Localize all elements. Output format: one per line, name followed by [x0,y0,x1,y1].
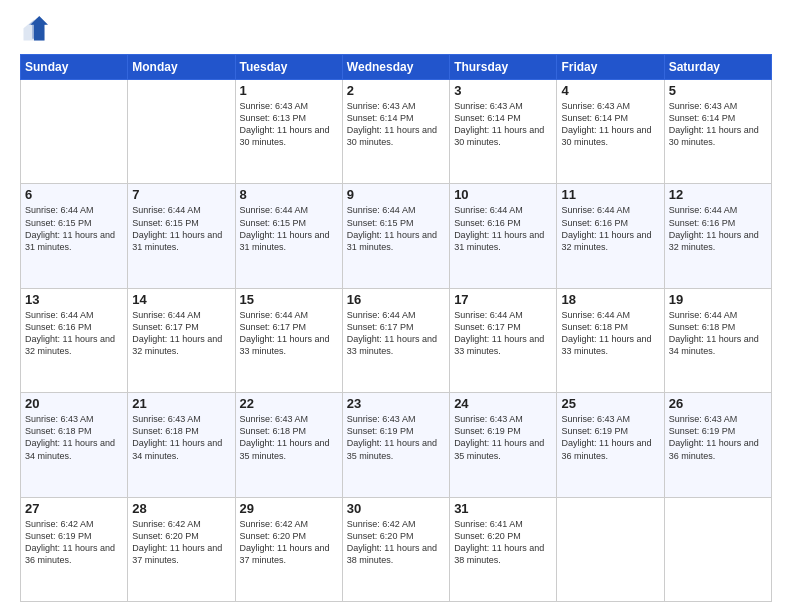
table-row: 10Sunrise: 6:44 AM Sunset: 6:16 PM Dayli… [450,184,557,288]
calendar-table: Sunday Monday Tuesday Wednesday Thursday… [20,54,772,602]
day-number: 9 [347,187,445,202]
day-info: Sunrise: 6:44 AM Sunset: 6:17 PM Dayligh… [347,309,445,358]
day-info: Sunrise: 6:44 AM Sunset: 6:15 PM Dayligh… [240,204,338,253]
day-info: Sunrise: 6:41 AM Sunset: 6:20 PM Dayligh… [454,518,552,567]
day-number: 31 [454,501,552,516]
day-info: Sunrise: 6:44 AM Sunset: 6:17 PM Dayligh… [240,309,338,358]
day-number: 2 [347,83,445,98]
day-info: Sunrise: 6:43 AM Sunset: 6:19 PM Dayligh… [454,413,552,462]
calendar-week-row: 1Sunrise: 6:43 AM Sunset: 6:13 PM Daylig… [21,80,772,184]
col-monday: Monday [128,55,235,80]
day-info: Sunrise: 6:43 AM Sunset: 6:19 PM Dayligh… [347,413,445,462]
table-row: 23Sunrise: 6:43 AM Sunset: 6:19 PM Dayli… [342,393,449,497]
table-row: 21Sunrise: 6:43 AM Sunset: 6:18 PM Dayli… [128,393,235,497]
table-row: 6Sunrise: 6:44 AM Sunset: 6:15 PM Daylig… [21,184,128,288]
day-number: 7 [132,187,230,202]
table-row [21,80,128,184]
table-row: 11Sunrise: 6:44 AM Sunset: 6:16 PM Dayli… [557,184,664,288]
calendar-week-row: 27Sunrise: 6:42 AM Sunset: 6:19 PM Dayli… [21,497,772,601]
day-number: 12 [669,187,767,202]
table-row: 15Sunrise: 6:44 AM Sunset: 6:17 PM Dayli… [235,288,342,392]
table-row: 2Sunrise: 6:43 AM Sunset: 6:14 PM Daylig… [342,80,449,184]
day-info: Sunrise: 6:44 AM Sunset: 6:17 PM Dayligh… [454,309,552,358]
table-row: 14Sunrise: 6:44 AM Sunset: 6:17 PM Dayli… [128,288,235,392]
table-row: 17Sunrise: 6:44 AM Sunset: 6:17 PM Dayli… [450,288,557,392]
day-info: Sunrise: 6:44 AM Sunset: 6:16 PM Dayligh… [669,204,767,253]
day-info: Sunrise: 6:43 AM Sunset: 6:18 PM Dayligh… [132,413,230,462]
table-row: 8Sunrise: 6:44 AM Sunset: 6:15 PM Daylig… [235,184,342,288]
logo [20,16,52,44]
table-row [664,497,771,601]
calendar-week-row: 20Sunrise: 6:43 AM Sunset: 6:18 PM Dayli… [21,393,772,497]
table-row: 25Sunrise: 6:43 AM Sunset: 6:19 PM Dayli… [557,393,664,497]
table-row: 30Sunrise: 6:42 AM Sunset: 6:20 PM Dayli… [342,497,449,601]
day-number: 11 [561,187,659,202]
day-number: 19 [669,292,767,307]
day-number: 18 [561,292,659,307]
header [20,16,772,44]
day-info: Sunrise: 6:43 AM Sunset: 6:19 PM Dayligh… [669,413,767,462]
table-row: 18Sunrise: 6:44 AM Sunset: 6:18 PM Dayli… [557,288,664,392]
table-row: 3Sunrise: 6:43 AM Sunset: 6:14 PM Daylig… [450,80,557,184]
day-info: Sunrise: 6:43 AM Sunset: 6:13 PM Dayligh… [240,100,338,149]
table-row: 29Sunrise: 6:42 AM Sunset: 6:20 PM Dayli… [235,497,342,601]
day-number: 21 [132,396,230,411]
day-info: Sunrise: 6:43 AM Sunset: 6:14 PM Dayligh… [669,100,767,149]
day-info: Sunrise: 6:43 AM Sunset: 6:14 PM Dayligh… [347,100,445,149]
day-number: 6 [25,187,123,202]
day-number: 1 [240,83,338,98]
col-thursday: Thursday [450,55,557,80]
day-info: Sunrise: 6:43 AM Sunset: 6:14 PM Dayligh… [454,100,552,149]
table-row: 20Sunrise: 6:43 AM Sunset: 6:18 PM Dayli… [21,393,128,497]
table-row: 22Sunrise: 6:43 AM Sunset: 6:18 PM Dayli… [235,393,342,497]
day-info: Sunrise: 6:44 AM Sunset: 6:15 PM Dayligh… [132,204,230,253]
day-number: 22 [240,396,338,411]
table-row: 4Sunrise: 6:43 AM Sunset: 6:14 PM Daylig… [557,80,664,184]
day-info: Sunrise: 6:43 AM Sunset: 6:18 PM Dayligh… [25,413,123,462]
day-number: 28 [132,501,230,516]
day-info: Sunrise: 6:44 AM Sunset: 6:18 PM Dayligh… [561,309,659,358]
table-row: 12Sunrise: 6:44 AM Sunset: 6:16 PM Dayli… [664,184,771,288]
day-number: 20 [25,396,123,411]
page: Sunday Monday Tuesday Wednesday Thursday… [0,0,792,612]
day-info: Sunrise: 6:42 AM Sunset: 6:20 PM Dayligh… [347,518,445,567]
day-number: 8 [240,187,338,202]
table-row [557,497,664,601]
day-number: 13 [25,292,123,307]
day-number: 24 [454,396,552,411]
day-number: 23 [347,396,445,411]
table-row: 13Sunrise: 6:44 AM Sunset: 6:16 PM Dayli… [21,288,128,392]
table-row [128,80,235,184]
day-number: 5 [669,83,767,98]
logo-icon [20,16,48,44]
day-number: 27 [25,501,123,516]
table-row: 28Sunrise: 6:42 AM Sunset: 6:20 PM Dayli… [128,497,235,601]
table-row: 31Sunrise: 6:41 AM Sunset: 6:20 PM Dayli… [450,497,557,601]
day-info: Sunrise: 6:44 AM Sunset: 6:16 PM Dayligh… [454,204,552,253]
day-number: 4 [561,83,659,98]
day-info: Sunrise: 6:44 AM Sunset: 6:15 PM Dayligh… [347,204,445,253]
day-number: 3 [454,83,552,98]
day-number: 29 [240,501,338,516]
day-number: 30 [347,501,445,516]
col-saturday: Saturday [664,55,771,80]
day-number: 16 [347,292,445,307]
table-row: 9Sunrise: 6:44 AM Sunset: 6:15 PM Daylig… [342,184,449,288]
day-number: 14 [132,292,230,307]
col-wednesday: Wednesday [342,55,449,80]
day-info: Sunrise: 6:42 AM Sunset: 6:19 PM Dayligh… [25,518,123,567]
day-info: Sunrise: 6:44 AM Sunset: 6:17 PM Dayligh… [132,309,230,358]
table-row: 27Sunrise: 6:42 AM Sunset: 6:19 PM Dayli… [21,497,128,601]
col-sunday: Sunday [21,55,128,80]
table-row: 26Sunrise: 6:43 AM Sunset: 6:19 PM Dayli… [664,393,771,497]
calendar-week-row: 6Sunrise: 6:44 AM Sunset: 6:15 PM Daylig… [21,184,772,288]
day-info: Sunrise: 6:44 AM Sunset: 6:16 PM Dayligh… [561,204,659,253]
calendar-header-row: Sunday Monday Tuesday Wednesday Thursday… [21,55,772,80]
day-info: Sunrise: 6:44 AM Sunset: 6:15 PM Dayligh… [25,204,123,253]
day-info: Sunrise: 6:43 AM Sunset: 6:19 PM Dayligh… [561,413,659,462]
table-row: 16Sunrise: 6:44 AM Sunset: 6:17 PM Dayli… [342,288,449,392]
table-row: 19Sunrise: 6:44 AM Sunset: 6:18 PM Dayli… [664,288,771,392]
col-tuesday: Tuesday [235,55,342,80]
day-info: Sunrise: 6:42 AM Sunset: 6:20 PM Dayligh… [240,518,338,567]
col-friday: Friday [557,55,664,80]
